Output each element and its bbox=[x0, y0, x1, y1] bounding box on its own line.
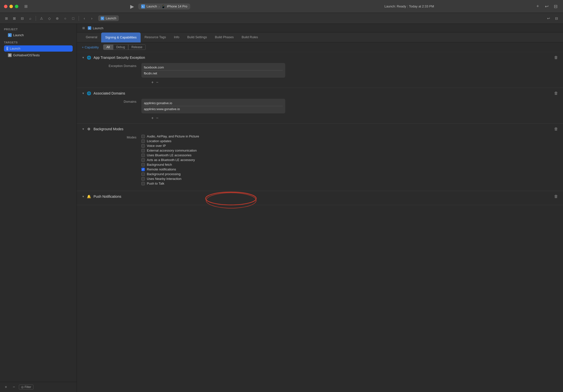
remove-item-btn[interactable]: − bbox=[11, 384, 17, 390]
filter-label: Filter bbox=[25, 385, 31, 389]
modes-row: Modes Audio, AirPlay, and Picture in Pic… bbox=[92, 134, 558, 185]
active-file-tab[interactable]: L Launch bbox=[98, 15, 119, 21]
mode-audio: Audio, AirPlay, and Picture in Picture bbox=[141, 134, 199, 138]
push-notifications-section: ▼ 🔔 Push Notifications 🗑 bbox=[77, 191, 563, 205]
remove-assoc-domain-btn[interactable]: − bbox=[156, 116, 158, 120]
tab-general[interactable]: General bbox=[82, 33, 101, 42]
checkbox-bluetooth-accessory[interactable] bbox=[141, 158, 145, 162]
split-view-btn[interactable]: ↩ bbox=[545, 15, 552, 22]
device-icon: 📱 bbox=[161, 4, 165, 8]
add-item-btn[interactable]: + bbox=[3, 384, 9, 390]
modes-label: Modes bbox=[92, 134, 136, 139]
background-modes-title: Background Modes bbox=[94, 127, 552, 131]
editor-options-btn[interactable]: ⊟ bbox=[553, 15, 560, 22]
background-modes-header: ▼ ⚙ Background Modes 🗑 bbox=[82, 127, 558, 131]
remove-domain-btn[interactable]: − bbox=[156, 80, 158, 85]
nav-back-btn[interactable]: ‹ bbox=[81, 15, 88, 22]
mode-bg-processing: Background processing bbox=[141, 172, 199, 176]
checkbox-remote-notif[interactable] bbox=[141, 168, 145, 171]
add-assoc-domain-btn[interactable]: + bbox=[151, 116, 154, 120]
add-domain-btn[interactable]: + bbox=[151, 80, 154, 85]
app-transport-chevron[interactable]: ▼ bbox=[82, 56, 85, 59]
background-modes-section: ▼ ⚙ Background Modes 🗑 Modes Audio, AirP… bbox=[77, 124, 563, 191]
exception-domains-label: Exception Domains bbox=[92, 63, 136, 68]
return-icon[interactable]: ↩ bbox=[543, 3, 550, 10]
checkbox-location[interactable] bbox=[141, 139, 145, 143]
shapes-btn[interactable]: ○ bbox=[62, 15, 69, 22]
sidebar-toggle-button[interactable]: ⊞ bbox=[22, 3, 29, 10]
tab-build-phases[interactable]: Build Phases bbox=[211, 33, 238, 42]
tab-info[interactable]: Info bbox=[170, 33, 183, 42]
background-modes-chevron[interactable]: ▼ bbox=[82, 128, 85, 131]
associated-domains-chevron[interactable]: ▼ bbox=[82, 92, 85, 95]
background-modes-body: Modes Audio, AirPlay, and Picture in Pic… bbox=[82, 134, 558, 185]
breadcrumb-separator-icon: › bbox=[158, 4, 160, 8]
exception-domains-box: facebook.com fbcdn.net bbox=[141, 63, 285, 78]
toolbar-right: ↩ ⊟ bbox=[545, 15, 560, 22]
navigator-toggle-btn[interactable]: ⊞ bbox=[3, 15, 10, 22]
toolbar: ⊞ ⊠ ⊟ ⌕ ⚠ ◇ ⊛ ○ □ ‹ › L Launch ↩ ⊟ bbox=[0, 13, 563, 24]
tab-build-settings[interactable]: Build Settings bbox=[183, 33, 211, 42]
domain-row-facebook: facebook.com bbox=[144, 65, 283, 70]
domain-row-applinks-gonative: applinks:gonative.io bbox=[144, 100, 283, 106]
filter-btn[interactable]: ◎ Filter bbox=[19, 385, 33, 390]
hierarchy-btn[interactable]: ⊟ bbox=[19, 15, 26, 22]
add-button[interactable]: + bbox=[534, 3, 541, 10]
checkbox-bg-fetch[interactable] bbox=[141, 163, 145, 166]
shield-btn[interactable]: ⊛ bbox=[54, 15, 61, 22]
add-capability-btn[interactable]: + Capability bbox=[82, 45, 99, 49]
titlebar-center: ▶ L Launch › 📱 iPhone 14 Pro bbox=[34, 2, 284, 10]
checkbox-push-to-talk[interactable] bbox=[141, 182, 145, 185]
push-notif-delete-btn[interactable]: 🗑 bbox=[554, 194, 558, 199]
project-item-label: Launch bbox=[13, 33, 24, 37]
checkbox-voip[interactable] bbox=[141, 144, 145, 148]
checkbox-audio[interactable] bbox=[141, 135, 145, 138]
filter-release-btn[interactable]: Release bbox=[128, 44, 146, 50]
fullscreen-button[interactable] bbox=[15, 5, 18, 8]
active-file-name: Launch bbox=[106, 16, 116, 20]
associated-domains-delete-btn[interactable]: 🗑 bbox=[554, 91, 558, 96]
diamond-btn[interactable]: ◇ bbox=[46, 15, 53, 22]
push-notif-icon: 🔔 bbox=[87, 194, 92, 199]
domains-row: Domains applinks:gonative.io applinks:ww… bbox=[92, 99, 558, 113]
close-button[interactable] bbox=[4, 5, 7, 8]
background-modes-delete-btn[interactable]: 🗑 bbox=[554, 127, 558, 131]
domain-row-applinks-www: applinks:www.gonative.io bbox=[144, 106, 283, 112]
mode-nearby: Uses Nearby Interaction bbox=[141, 177, 199, 181]
sidebar-item-launch-project[interactable]: L Launch bbox=[0, 32, 77, 38]
checkbox-bluetooth-le[interactable] bbox=[141, 154, 145, 157]
nav-forward-btn[interactable]: › bbox=[88, 15, 95, 22]
tab-signing[interactable]: Signing & Capabilities bbox=[101, 33, 140, 42]
exception-domains-row: Exception Domains facebook.com fbcdn.net bbox=[92, 63, 558, 78]
filter-debug-btn[interactable]: Debug bbox=[113, 44, 128, 50]
launch-target-icon: L bbox=[6, 47, 8, 50]
tests-target-label: GoNativeIOSTests bbox=[13, 53, 40, 57]
inspect-btn[interactable]: ⊠ bbox=[11, 15, 18, 22]
titlebar-status: Launch: Ready | Today at 2:33 PM bbox=[284, 4, 534, 8]
run-button[interactable]: ▶ bbox=[128, 2, 136, 10]
search-btn[interactable]: ⌕ bbox=[27, 15, 34, 22]
filter-all-btn[interactable]: All bbox=[103, 44, 113, 50]
mode-push-to-talk: Push to Talk bbox=[141, 182, 199, 185]
app-transport-delete-btn[interactable]: 🗑 bbox=[554, 55, 558, 60]
mode-bg-fetch: Background fetch bbox=[141, 163, 199, 166]
targets-section-title: TARGETS bbox=[0, 40, 77, 45]
minimize-button[interactable] bbox=[9, 5, 13, 8]
app-icon: L bbox=[141, 4, 145, 8]
warning-btn[interactable]: ⚠ bbox=[38, 15, 45, 22]
checkbox-ext-accessory[interactable] bbox=[141, 149, 145, 152]
sidebar-item-launch-target[interactable]: L Launch bbox=[4, 45, 73, 52]
project-panel: PROJECT L Launch TARGETS L Launch ⚙ GoNa… bbox=[0, 24, 77, 61]
sidebar-panel-btn[interactable]: ⊞ bbox=[81, 25, 86, 31]
tab-build-rules[interactable]: Build Rules bbox=[238, 33, 262, 42]
inspector-toggle[interactable]: ⊟ bbox=[552, 3, 559, 10]
breadcrumb-tab[interactable]: L Launch › 📱 iPhone 14 Pro bbox=[138, 3, 190, 9]
tab-resource-tags[interactable]: Resource Tags bbox=[141, 33, 170, 42]
associated-domains-title: Associated Domains bbox=[94, 91, 552, 95]
push-notif-chevron[interactable]: ▼ bbox=[82, 195, 85, 198]
checkbox-bg-processing[interactable] bbox=[141, 172, 145, 176]
checkbox-nearby[interactable] bbox=[141, 177, 145, 181]
rect-btn[interactable]: □ bbox=[70, 15, 77, 22]
breadcrumb-device-name: iPhone 14 Pro bbox=[167, 4, 187, 8]
sidebar-item-tests-target[interactable]: ⚙ GoNativeIOSTests bbox=[0, 52, 77, 58]
